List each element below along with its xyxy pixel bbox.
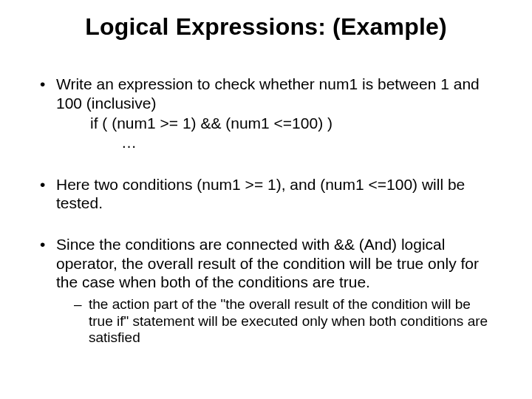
bullet-item: Write an expression to check whether num… — [35, 75, 497, 153]
bullet-text: Here two conditions (num1 >= 1), and (nu… — [56, 176, 465, 212]
sub-bullet-text: the action part of the "the overall resu… — [89, 296, 488, 346]
slide: Logical Expressions: (Example) Write an … — [0, 0, 532, 399]
bullet-text: Write an expression to check whether num… — [56, 75, 480, 112]
slide-title: Logical Expressions: (Example) — [35, 13, 497, 41]
bullet-text: Since the conditions are connected with … — [56, 236, 479, 290]
bullet-list: Write an expression to check whether num… — [35, 75, 497, 347]
bullet-item: Since the conditions are connected with … — [35, 235, 497, 347]
code-block: if ( (num1 >= 1) && (num1 <=100) ) … — [56, 114, 497, 153]
bullet-item: Here two conditions (num1 >= 1), and (nu… — [35, 175, 497, 213]
sub-bullet-item: the action part of the "the overall resu… — [74, 296, 497, 347]
code-line: if ( (num1 >= 1) && (num1 <=100) ) — [90, 114, 497, 133]
sub-bullet-list: the action part of the "the overall resu… — [74, 296, 497, 347]
code-line: … — [90, 133, 497, 152]
